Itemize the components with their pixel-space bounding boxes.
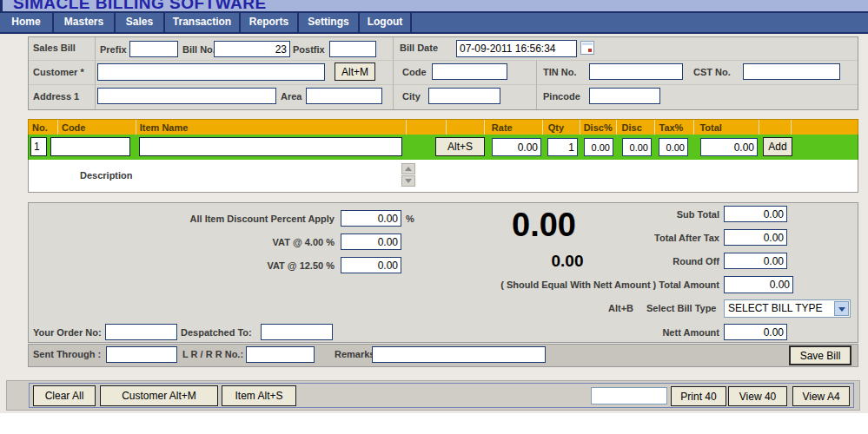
sales-bill-label: Sales Bill [33,43,76,53]
select-bill-type-label: Select Bill Type [646,303,717,313]
clear-all-button[interactable]: Clear All [33,385,96,406]
disc-percent-input[interactable] [584,138,613,156]
col-header-disc-percent: Disc% [580,120,617,135]
col-header-disc: Disc [617,120,656,135]
col-header-blank [447,120,485,135]
bill-no-input[interactable] [214,41,290,57]
tax-percent-input[interactable] [659,138,688,156]
percent-suffix: % [406,214,414,224]
vat125-input[interactable] [341,257,401,273]
lr-rr-no-label: L R / R R No.: [182,349,243,359]
col-header-blank [759,120,792,135]
area-label: Area [281,91,301,102]
col-header-code: Code [58,120,136,135]
bill-type-select[interactable]: SELECT BILL TYPE [724,299,851,318]
round-off-input[interactable] [724,253,787,269]
customer-alt-m-button[interactable]: Alt+M [335,62,375,81]
divider [29,60,858,61]
total-amount-input[interactable] [724,276,793,293]
round-off-label: Round Off [546,256,719,266]
add-item-button[interactable]: Add [763,137,792,156]
all-item-discount-input[interactable] [341,210,401,227]
vat4-input[interactable] [341,233,401,250]
total-input[interactable] [700,138,758,156]
item-shortcut-button[interactable]: Item Alt+S [222,385,296,406]
total-after-tax-label: Total After Tax [546,233,719,243]
item-no-input[interactable] [30,137,47,156]
item-alt-s-button[interactable]: Alt+S [435,137,485,156]
vat125-label: VAT @ 12.50 % [130,260,335,271]
customer-label: Customer * [33,67,84,77]
alt-b-label: Alt+B [608,303,633,313]
tin-no-input[interactable] [589,63,683,80]
remarks-input[interactable] [372,346,546,363]
total-after-tax-input[interactable] [724,229,787,246]
nav-item-logout[interactable]: Logout [360,13,412,32]
bill-type-selected-value: SELECT BILL TYPE [728,302,823,314]
col-header-blank [407,120,447,135]
rate-input[interactable] [492,138,541,156]
lr-rr-no-input[interactable] [246,346,315,363]
sent-through-input[interactable] [106,346,177,363]
nett-amount-label: Nett Amount [546,327,719,338]
your-order-no-input[interactable] [105,324,177,340]
item-grid-header: No. Code Item Name Rate Qty Disc% Disc T… [28,119,858,135]
despatched-to-input[interactable] [261,324,333,340]
col-header-total: Total [694,120,759,135]
divider [393,37,394,109]
prefix-label: Prefix [100,44,127,55]
customer-shortcut-button[interactable]: Customer Alt+M [100,385,218,406]
prefix-input[interactable] [129,41,178,57]
code-input[interactable] [432,63,507,80]
vat4-label: VAT @ 4.00 % [130,237,335,247]
title-bar: SIMACLE BILLING SOFTWARE [0,0,868,11]
bill-date-input[interactable] [456,40,577,57]
app-window: SIMACLE BILLING SOFTWARE Home Masters Sa… [0,0,868,434]
calendar-icon[interactable] [580,41,594,55]
view-a4-button[interactable]: View A4 [792,386,850,406]
remarks-label: Remarks [335,349,374,359]
save-bill-button[interactable]: Save Bill [789,345,851,365]
col-header-rate: Rate [485,120,543,135]
col-header-item-name: Item Name [136,120,407,135]
disc-input[interactable] [622,138,652,156]
qty-input[interactable] [547,138,578,156]
nav-item-reports[interactable]: Reports [241,13,299,32]
nav-item-transaction[interactable]: Transaction [165,13,241,32]
item-code-input[interactable] [50,137,130,156]
your-order-no-label: Your Order No: [33,327,102,338]
scroll-down-icon[interactable] [401,175,415,187]
customer-input[interactable] [97,63,325,81]
scroll-up-icon[interactable] [401,163,415,174]
area-input[interactable] [306,88,382,104]
nett-amount-input[interactable] [724,324,787,340]
divider [95,37,96,109]
divider [29,84,858,85]
total-amount-label: ( Should Equal With Nett Amount ) Total … [452,279,719,290]
col-header-blank [792,120,858,135]
address1-input[interactable] [97,88,276,104]
pincode-input[interactable] [589,88,660,104]
sub-total-label: Sub Total [546,209,719,220]
nav-item-settings[interactable]: Settings [299,13,360,32]
bill-date-label: Bill Date [400,43,438,53]
item-name-input[interactable] [139,137,402,156]
col-header-no: No. [29,120,58,135]
nav-item-home[interactable]: Home [0,13,54,32]
main-menu: Home Masters Sales Transaction Reports S… [0,11,868,34]
sub-total-input[interactable] [724,206,787,222]
city-input[interactable] [428,88,500,104]
nav-item-masters[interactable]: Masters [54,13,116,32]
tin-no-label: TIN No. [543,67,577,77]
postfix-label: Postfix [293,44,325,55]
nav-item-sales[interactable]: Sales [116,13,165,32]
view-40-button[interactable]: View 40 [728,386,787,406]
chevron-down-icon[interactable] [834,301,849,316]
col-header-qty: Qty [543,120,580,135]
address1-label: Address 1 [33,91,79,102]
despatched-to-label: Despatched To: [181,327,252,338]
toolbar-input[interactable] [591,387,667,404]
cst-no-input[interactable] [743,63,840,80]
print-40-button[interactable]: Print 40 [671,386,726,406]
postfix-input[interactable] [329,41,376,57]
